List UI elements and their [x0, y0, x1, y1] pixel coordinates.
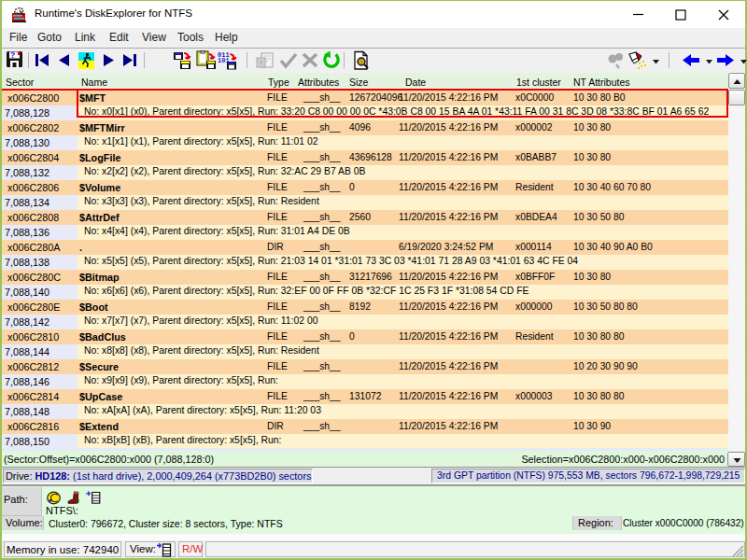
svg-text:?: ?	[10, 50, 15, 60]
